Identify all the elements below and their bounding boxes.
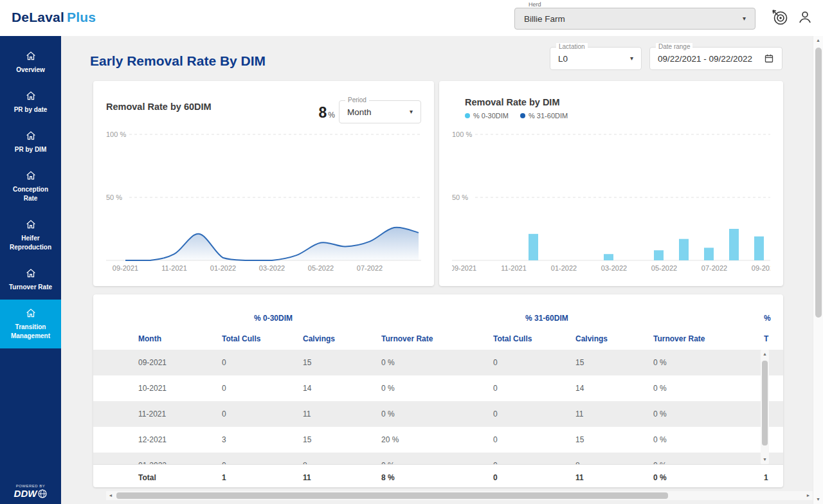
table-column-header: Month xyxy=(93,328,222,350)
date-range-input[interactable]: Date range 09/22/2021 - 09/22/2022 xyxy=(649,47,782,70)
sidebar-item-pr-by-date[interactable]: PR by date xyxy=(0,82,61,122)
sidebar-item-conception-rate[interactable]: Conception Rate xyxy=(0,162,61,211)
goals-icon-button[interactable] xyxy=(771,9,789,27)
svg-text:03-2022: 03-2022 xyxy=(259,264,285,272)
sidebar-item-label: Overview xyxy=(16,66,44,75)
target-icon xyxy=(772,9,789,26)
removal-table-header: % 0-30DIM% 31-60DIM% MonthTotal CullsCal… xyxy=(93,309,783,350)
horizontal-scroll-thumb[interactable] xyxy=(116,492,668,499)
svg-text:09-2021: 09-2021 xyxy=(452,264,476,272)
legend-item: % 0-30DIM xyxy=(465,112,509,120)
svg-text:01-2022: 01-2022 xyxy=(210,264,236,272)
sidebar: OverviewPR by datePR by DIMConception Ra… xyxy=(0,36,61,504)
table-row: 01-2022080 %080 % xyxy=(93,453,783,464)
table-scroll-thumb[interactable] xyxy=(762,361,768,446)
big-value-unit: % xyxy=(328,111,335,120)
sidebar-item-label: Turnover Rate xyxy=(9,283,52,292)
svg-text:11-2021: 11-2021 xyxy=(501,264,527,272)
date-range-label: Date range xyxy=(656,43,692,50)
table-row: 11-20210110 %0110 % xyxy=(93,401,783,427)
home-icon xyxy=(25,307,37,319)
table-cell: 0 % xyxy=(653,350,764,375)
home-icon xyxy=(25,219,37,230)
svg-text:09-2022: 09-2022 xyxy=(752,264,770,272)
herd-value: Billie Farm xyxy=(524,14,565,24)
table-total-cell: 1 xyxy=(222,465,303,487)
logo-primary: DeLaval xyxy=(12,10,64,24)
page-title: Early Removal Rate By DIM xyxy=(90,53,266,69)
sidebar-item-label: Heifer Reproduction xyxy=(7,234,55,252)
sidebar-item-transition-management[interactable]: Transition Management xyxy=(0,300,61,348)
sidebar-item-pr-by-dim[interactable]: PR by DIM xyxy=(0,122,61,162)
user-icon xyxy=(797,9,813,26)
sidebar-item-label: PR by DIM xyxy=(15,145,46,154)
table-group-header: % 31-60DIM xyxy=(493,309,764,328)
calendar-icon xyxy=(764,53,774,64)
table-group-header: % xyxy=(764,309,783,328)
sidebar-item-heifer-reproduction[interactable]: Heifer Reproduction xyxy=(0,211,61,260)
table-column-header: Calvings xyxy=(303,328,381,350)
svg-text:07-2022: 07-2022 xyxy=(701,264,727,272)
table-total-cell: 11 xyxy=(303,465,381,487)
table-cell: 0 xyxy=(493,350,575,375)
sidebar-nav: OverviewPR by datePR by DIMConception Ra… xyxy=(0,36,61,348)
table-row: 12-202131520 %0150 % xyxy=(93,427,783,453)
line-chart-title: Removal Rate by 60DIM xyxy=(106,102,212,112)
account-icon-button[interactable] xyxy=(796,9,814,27)
main-content: Early Removal Rate By DIM Lactation L0 ▾… xyxy=(61,36,813,504)
chevron-down-icon: ▾ xyxy=(630,55,633,62)
bar-chart-title: Removal Rate by DIM xyxy=(465,97,559,107)
table-cell: 11-2021 xyxy=(93,401,222,427)
line-chart-svg: 100 %50 %09-202111-202101-202203-202205-… xyxy=(106,121,421,275)
table-vertical-scrollbar[interactable]: ▲ ▼ xyxy=(761,350,769,464)
lactation-label: Lactation xyxy=(556,43,588,50)
table-cell: 0 xyxy=(222,375,303,401)
app-screen: DeLavalPlus Herd Billie Farm ▾ OverviewP… xyxy=(0,0,823,504)
table-group-header xyxy=(93,309,222,328)
scroll-up-arrow[interactable]: ▲ xyxy=(761,350,769,359)
removal-table-total: Total1118 %0110 %1 xyxy=(93,465,783,487)
period-select[interactable]: Period Month ▾ xyxy=(339,100,421,123)
table-cell: 8 xyxy=(303,453,381,464)
herd-select[interactable]: Billie Farm ▾ xyxy=(514,8,755,30)
home-icon xyxy=(25,90,37,102)
horizontal-scrollbar[interactable]: ◄ ► xyxy=(106,491,813,500)
page-scroll-up-arrow[interactable]: ▲ xyxy=(813,36,823,45)
table-total-cell: Total xyxy=(93,465,222,487)
svg-text:100 %: 100 % xyxy=(106,130,126,138)
scroll-left-arrow[interactable]: ◄ xyxy=(106,491,115,500)
table-total-cell: 8 % xyxy=(381,465,493,487)
table-cell: 0 % xyxy=(381,401,493,427)
logo-secondary: Plus xyxy=(67,10,96,24)
ddw-logo: POWERED BY DDW xyxy=(0,484,61,499)
table-body: 09-20210150 %0150 %10-20210140 %0140 %11… xyxy=(93,350,783,464)
table-column-header: Total Culls xyxy=(222,328,303,350)
sidebar-item-label: PR by date xyxy=(14,105,48,114)
scroll-down-arrow[interactable]: ▼ xyxy=(761,455,769,464)
page-scroll-thumb[interactable] xyxy=(815,48,822,318)
page-vertical-scrollbar[interactable]: ▲ ▼ xyxy=(813,36,823,504)
table-total-cell: 0 xyxy=(493,465,575,487)
herd-label: Herd xyxy=(529,1,541,8)
bar-chart-svg: 100 %50 %09-202111-202101-202203-202205-… xyxy=(452,121,770,275)
table-cell: 11 xyxy=(303,401,381,427)
removal-rate-60dim-card: Removal Rate by 60DIM 8% Period Month ▾ … xyxy=(93,81,434,286)
table-cell: 0 % xyxy=(381,350,493,375)
big-value: 8 xyxy=(319,104,327,121)
table-column-header: T xyxy=(764,328,783,350)
sidebar-item-overview[interactable]: Overview xyxy=(0,42,61,82)
table-group-header: % 0-30DIM xyxy=(222,309,493,328)
table-cell: 09-2021 xyxy=(93,350,222,375)
table-cell: 12-2021 xyxy=(93,427,222,453)
table-cell: 0 % xyxy=(381,453,493,464)
scroll-right-arrow[interactable]: ► xyxy=(804,491,813,500)
page-scroll-down-arrow[interactable]: ▼ xyxy=(813,495,823,504)
chevron-down-icon: ▾ xyxy=(410,109,413,115)
globe-icon xyxy=(38,489,47,498)
sidebar-item-turnover-rate[interactable]: Turnover Rate xyxy=(0,260,61,300)
table-cell: 0 xyxy=(222,350,303,375)
legend-item: % 31-60DIM xyxy=(520,112,568,120)
lactation-select[interactable]: Lactation L0 ▾ xyxy=(550,47,642,70)
svg-text:05-2022: 05-2022 xyxy=(651,264,677,272)
table-total-cell: 1 xyxy=(764,465,783,487)
